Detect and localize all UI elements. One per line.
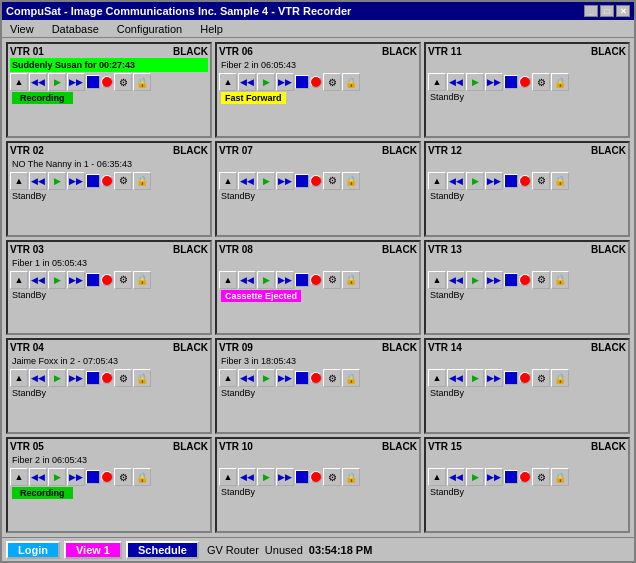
fast-forward-button[interactable]: ▶▶ (485, 172, 503, 190)
gear-button[interactable]: ⚙ (323, 271, 341, 289)
record-button[interactable] (310, 76, 322, 88)
lock-button[interactable]: 🔒 (551, 369, 569, 387)
fast-forward-button[interactable]: ▶▶ (276, 172, 294, 190)
record-button[interactable] (519, 175, 531, 187)
rewind-button[interactable]: ◀◀ (29, 172, 47, 190)
rewind-button[interactable]: ◀◀ (29, 271, 47, 289)
play-button[interactable]: ▶ (48, 369, 66, 387)
lock-button[interactable]: 🔒 (133, 271, 151, 289)
rewind-button[interactable]: ◀◀ (238, 369, 256, 387)
lock-button[interactable]: 🔒 (342, 172, 360, 190)
maximize-button[interactable]: □ (600, 5, 614, 17)
play-button[interactable]: ▶ (466, 73, 484, 91)
lock-button[interactable]: 🔒 (551, 271, 569, 289)
schedule-button[interactable]: Schedule (126, 541, 199, 559)
login-button[interactable]: Login (6, 541, 60, 559)
gear-button[interactable]: ⚙ (323, 73, 341, 91)
play-button[interactable]: ▶ (466, 468, 484, 486)
menu-help[interactable]: Help (196, 23, 227, 35)
play-button[interactable]: ▶ (48, 172, 66, 190)
play-button[interactable]: ▶ (466, 172, 484, 190)
eject-button[interactable]: ▲ (10, 468, 28, 486)
stop-button[interactable] (295, 75, 309, 89)
stop-button[interactable] (86, 273, 100, 287)
record-button[interactable] (101, 175, 113, 187)
fast-forward-button[interactable]: ▶▶ (67, 172, 85, 190)
play-button[interactable]: ▶ (466, 369, 484, 387)
rewind-button[interactable]: ◀◀ (447, 73, 465, 91)
lock-button[interactable]: 🔒 (133, 73, 151, 91)
stop-button[interactable] (295, 174, 309, 188)
eject-button[interactable]: ▲ (428, 468, 446, 486)
rewind-button[interactable]: ◀◀ (447, 172, 465, 190)
menu-view[interactable]: View (6, 23, 38, 35)
fast-forward-button[interactable]: ▶▶ (276, 369, 294, 387)
lock-button[interactable]: 🔒 (551, 468, 569, 486)
play-button[interactable]: ▶ (257, 468, 275, 486)
stop-button[interactable] (86, 75, 100, 89)
record-button[interactable] (101, 274, 113, 286)
fast-forward-button[interactable]: ▶▶ (485, 468, 503, 486)
stop-button[interactable] (504, 470, 518, 484)
play-button[interactable]: ▶ (257, 271, 275, 289)
menu-database[interactable]: Database (48, 23, 103, 35)
play-button[interactable]: ▶ (48, 73, 66, 91)
stop-button[interactable] (504, 174, 518, 188)
eject-button[interactable]: ▲ (428, 172, 446, 190)
eject-button[interactable]: ▲ (219, 172, 237, 190)
gear-button[interactable]: ⚙ (532, 271, 550, 289)
rewind-button[interactable]: ◀◀ (29, 73, 47, 91)
play-button[interactable]: ▶ (257, 369, 275, 387)
play-button[interactable]: ▶ (257, 73, 275, 91)
stop-button[interactable] (504, 75, 518, 89)
close-button[interactable]: ✕ (616, 5, 630, 17)
record-button[interactable] (310, 471, 322, 483)
fast-forward-button[interactable]: ▶▶ (67, 73, 85, 91)
record-button[interactable] (519, 372, 531, 384)
lock-button[interactable]: 🔒 (342, 271, 360, 289)
eject-button[interactable]: ▲ (219, 369, 237, 387)
gear-button[interactable]: ⚙ (532, 369, 550, 387)
gear-button[interactable]: ⚙ (532, 468, 550, 486)
rewind-button[interactable]: ◀◀ (447, 369, 465, 387)
fast-forward-button[interactable]: ▶▶ (67, 468, 85, 486)
eject-button[interactable]: ▲ (428, 369, 446, 387)
record-button[interactable] (519, 274, 531, 286)
lock-button[interactable]: 🔒 (342, 369, 360, 387)
record-button[interactable] (101, 76, 113, 88)
eject-button[interactable]: ▲ (10, 73, 28, 91)
fast-forward-button[interactable]: ▶▶ (276, 271, 294, 289)
fast-forward-button[interactable]: ▶▶ (485, 73, 503, 91)
record-button[interactable] (310, 175, 322, 187)
stop-button[interactable] (295, 273, 309, 287)
lock-button[interactable]: 🔒 (342, 73, 360, 91)
rewind-button[interactable]: ◀◀ (238, 271, 256, 289)
play-button[interactable]: ▶ (257, 172, 275, 190)
rewind-button[interactable]: ◀◀ (238, 172, 256, 190)
play-button[interactable]: ▶ (48, 271, 66, 289)
eject-button[interactable]: ▲ (428, 271, 446, 289)
rewind-button[interactable]: ◀◀ (238, 73, 256, 91)
stop-button[interactable] (295, 470, 309, 484)
record-button[interactable] (310, 274, 322, 286)
eject-button[interactable]: ▲ (10, 369, 28, 387)
stop-button[interactable] (86, 174, 100, 188)
gear-button[interactable]: ⚙ (532, 73, 550, 91)
stop-button[interactable] (295, 371, 309, 385)
fast-forward-button[interactable]: ▶▶ (485, 369, 503, 387)
minimize-button[interactable]: _ (584, 5, 598, 17)
eject-button[interactable]: ▲ (10, 271, 28, 289)
lock-button[interactable]: 🔒 (133, 172, 151, 190)
lock-button[interactable]: 🔒 (551, 172, 569, 190)
gear-button[interactable]: ⚙ (114, 271, 132, 289)
lock-button[interactable]: 🔒 (342, 468, 360, 486)
gear-button[interactable]: ⚙ (114, 73, 132, 91)
stop-button[interactable] (504, 371, 518, 385)
rewind-button[interactable]: ◀◀ (447, 271, 465, 289)
eject-button[interactable]: ▲ (428, 73, 446, 91)
rewind-button[interactable]: ◀◀ (29, 468, 47, 486)
gear-button[interactable]: ⚙ (114, 172, 132, 190)
gear-button[interactable]: ⚙ (114, 468, 132, 486)
fast-forward-button[interactable]: ▶▶ (485, 271, 503, 289)
rewind-button[interactable]: ◀◀ (447, 468, 465, 486)
